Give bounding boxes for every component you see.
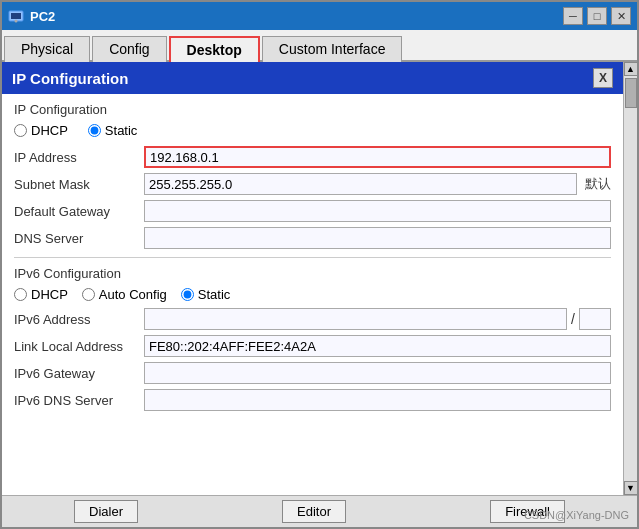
ipv6-static-label: Static: [198, 287, 231, 302]
ipv6-dns-server-label: IPv6 DNS Server: [14, 393, 144, 408]
ip-mode-radio-row: DHCP Static: [14, 123, 611, 138]
static-radio[interactable]: [88, 124, 101, 137]
ipv6-dhcp-radio-label[interactable]: DHCP: [14, 287, 68, 302]
subnet-mask-input-group: 默认: [144, 173, 611, 195]
tab-custom-interface[interactable]: Custom Interface: [262, 36, 403, 62]
subnet-mask-label: Subnet Mask: [14, 177, 144, 192]
dhcp-radio[interactable]: [14, 124, 27, 137]
dns-server-row: DNS Server: [14, 227, 611, 249]
ipv6-address-input-group: /: [144, 308, 611, 330]
ip-address-row: IP Address: [14, 146, 611, 168]
ipv6-gateway-label: IPv6 Gateway: [14, 366, 144, 381]
ipv6-address-input[interactable]: [144, 308, 567, 330]
ipv6-auto-radio[interactable]: [82, 288, 95, 301]
ipv6-prefix-input[interactable]: [579, 308, 611, 330]
ipv6-slash: /: [571, 311, 575, 327]
ipv6-static-radio[interactable]: [181, 288, 194, 301]
ipv6-gateway-input[interactable]: [144, 362, 611, 384]
ipv6-mode-radio-row: DHCP Auto Config Static: [14, 287, 611, 302]
title-bar-left: PC2: [8, 8, 55, 24]
subnet-hint: 默认: [585, 175, 611, 193]
watermark: CSDN@XiYang-DNG: [524, 509, 629, 521]
dialer-button[interactable]: Dialer: [74, 500, 138, 523]
ipv6-dns-server-input[interactable]: [144, 389, 611, 411]
ipv6-auto-radio-label[interactable]: Auto Config: [82, 287, 167, 302]
svg-point-2: [15, 20, 18, 23]
tab-bar: Physical Config Desktop Custom Interface: [2, 30, 637, 62]
default-gateway-row: Default Gateway: [14, 200, 611, 222]
ipv6-dhcp-label: DHCP: [31, 287, 68, 302]
static-radio-label[interactable]: Static: [88, 123, 138, 138]
ip-config-title: IP Configuration: [12, 70, 128, 87]
static-label: Static: [105, 123, 138, 138]
minimize-button[interactable]: ─: [563, 7, 583, 25]
ip-address-label: IP Address: [14, 150, 144, 165]
dns-server-label: DNS Server: [14, 231, 144, 246]
ipv6-address-row: IPv6 Address /: [14, 308, 611, 330]
dhcp-radio-label[interactable]: DHCP: [14, 123, 68, 138]
ip-config-close-button[interactable]: X: [593, 68, 613, 88]
ipv6-static-radio-label[interactable]: Static: [181, 287, 231, 302]
ipv6-dns-server-row: IPv6 DNS Server: [14, 389, 611, 411]
link-local-address-row: Link Local Address: [14, 335, 611, 357]
close-button[interactable]: ✕: [611, 7, 631, 25]
form-area: IP Configuration DHCP Static IP Address: [2, 94, 623, 495]
title-bar: PC2 ─ □ ✕: [2, 2, 637, 30]
ipv6-address-label: IPv6 Address: [14, 312, 144, 327]
default-gateway-label: Default Gateway: [14, 204, 144, 219]
window-title: PC2: [30, 9, 55, 24]
app-icon: [8, 8, 24, 24]
tab-physical[interactable]: Physical: [4, 36, 90, 62]
ipv6-section-label: IPv6 Configuration: [14, 266, 611, 281]
scrollbar: ▲ ▼: [623, 62, 637, 495]
ip-section-label: IP Configuration: [14, 102, 611, 117]
tab-config[interactable]: Config: [92, 36, 166, 62]
editor-button[interactable]: Editor: [282, 500, 346, 523]
ipv6-dhcp-radio[interactable]: [14, 288, 27, 301]
main-panel: IP Configuration X IP Configuration DHCP…: [2, 62, 623, 495]
link-local-address-input[interactable]: [144, 335, 611, 357]
dns-server-input[interactable]: [144, 227, 611, 249]
scroll-thumb[interactable]: [625, 78, 637, 108]
title-controls: ─ □ ✕: [563, 7, 631, 25]
svg-rect-1: [11, 13, 21, 19]
ipv6-auto-label: Auto Config: [99, 287, 167, 302]
default-gateway-input[interactable]: [144, 200, 611, 222]
ip-address-input[interactable]: [144, 146, 611, 168]
tab-desktop[interactable]: Desktop: [169, 36, 260, 62]
content-area: IP Configuration X IP Configuration DHCP…: [2, 62, 637, 495]
dhcp-label: DHCP: [31, 123, 68, 138]
main-window: PC2 ─ □ ✕ Physical Config Desktop Custom…: [0, 0, 639, 529]
ipv6-gateway-row: IPv6 Gateway: [14, 362, 611, 384]
maximize-button[interactable]: □: [587, 7, 607, 25]
link-local-address-label: Link Local Address: [14, 339, 144, 354]
subnet-mask-input[interactable]: [144, 173, 577, 195]
scroll-up-button[interactable]: ▲: [624, 62, 638, 76]
scroll-down-button[interactable]: ▼: [624, 481, 638, 495]
section-divider: [14, 257, 611, 258]
subnet-mask-row: Subnet Mask 默认: [14, 173, 611, 195]
ip-config-header: IP Configuration X: [2, 62, 623, 94]
ipv6-section: IPv6 Configuration DHCP Auto Config: [14, 266, 611, 411]
